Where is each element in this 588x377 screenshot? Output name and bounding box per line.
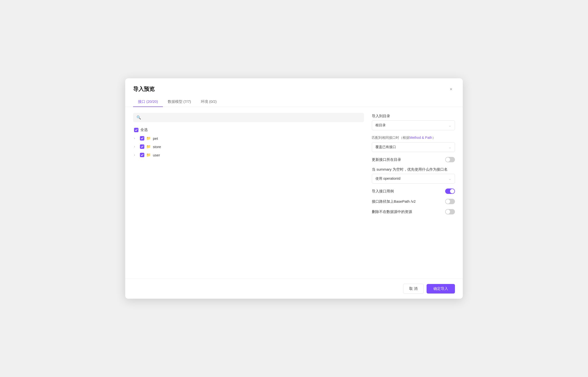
select-all-row: 全选 [133, 126, 364, 134]
import-example-label: 导入接口用例 [372, 189, 394, 194]
tab-model[interactable]: 数据模型 (7/7) [163, 97, 196, 107]
summary-dropdown[interactable]: 使用 operationId ⌄ [372, 174, 455, 184]
update-dir-label: 更新接口所在目录 [372, 157, 401, 162]
tree-item-label-pet: pet [153, 136, 158, 141]
base-path-label: 接口路径加上BasePath /v2 [372, 199, 416, 204]
match-dropdown[interactable]: 覆盖已有接口 ⌄ [372, 142, 455, 152]
right-panel: 导入到目录 根目录 ⌄ 匹配到相同接口时（根据Method & Path） 覆盖… [372, 113, 455, 273]
import-dir-section: 导入到目录 根目录 ⌄ [372, 114, 455, 130]
tree-item-user: › 📁 user [133, 151, 364, 159]
folder-icon-store: 📁 [146, 144, 151, 149]
import-dir-value: 根目录 [375, 123, 386, 128]
dialog-footer: 取 消 确定导入 [125, 279, 463, 299]
match-label: 匹配到相同接口时（根据 [372, 136, 409, 140]
dialog-body: 🔍 全选 › 📁 pe [125, 107, 463, 279]
match-chevron-icon: ⌄ [449, 145, 451, 149]
tree-item-label-store: store [153, 145, 161, 149]
update-dir-toggle[interactable] [445, 157, 455, 162]
base-path-toggle[interactable] [445, 199, 455, 204]
tree-item-pet: › 📁 pet [133, 135, 364, 142]
delete-row: 删除不在数据源中的资源 [372, 209, 455, 214]
chevron-down-icon: ⌄ [449, 124, 451, 127]
checkbox-store[interactable] [140, 144, 144, 149]
import-dir-dropdown[interactable]: 根目录 ⌄ [372, 120, 455, 130]
tabs-bar: 接口 (20/20) 数据模型 (7/7) 环境 (0/2) [125, 97, 463, 107]
summary-chevron-icon: ⌄ [449, 177, 451, 181]
chevron-icon-pet[interactable]: › [134, 137, 138, 140]
summary-value: 使用 operationId [375, 177, 400, 181]
match-value: 覆盖已有接口 [375, 145, 396, 149]
match-desc: 匹配到相同接口时（根据Method & Path） [372, 135, 455, 140]
close-button[interactable]: × [447, 85, 455, 93]
delete-toggle[interactable] [445, 209, 455, 214]
dialog-header: 导入预览 × [125, 78, 463, 93]
chevron-icon-user[interactable]: › [134, 153, 138, 157]
tree-list: 全选 › 📁 pet › 📁 [133, 126, 364, 159]
summary-label: 当 summary 为空时，优先使用什么作为接口名 [372, 167, 455, 172]
summary-section: 当 summary 为空时，优先使用什么作为接口名 使用 operationId… [372, 167, 455, 184]
match-section: 匹配到相同接口时（根据Method & Path） 覆盖已有接口 ⌄ [372, 135, 455, 152]
match-highlight: Method & Path [409, 136, 432, 140]
import-example-row: 导入接口用例 [372, 188, 455, 194]
checkbox-pet[interactable] [140, 136, 144, 141]
import-dir-label: 导入到目录 [372, 114, 455, 118]
confirm-button[interactable]: 确定导入 [427, 284, 455, 294]
tree-item-label-user: user [153, 153, 160, 157]
search-box: 🔍 [133, 113, 364, 122]
tab-env[interactable]: 环境 (0/2) [196, 97, 222, 107]
import-example-toggle[interactable] [445, 188, 455, 194]
folder-icon-user: 📁 [146, 153, 151, 157]
left-panel: 🔍 全选 › 📁 pe [133, 113, 364, 273]
cancel-button[interactable]: 取 消 [403, 284, 424, 294]
search-input[interactable] [143, 116, 361, 119]
tab-api[interactable]: 接口 (20/20) [133, 97, 163, 107]
chevron-icon-store[interactable]: › [134, 145, 138, 148]
select-all-label: 全选 [140, 128, 148, 132]
match-suffix: ） [432, 136, 436, 140]
import-preview-dialog: 导入预览 × 接口 (20/20) 数据模型 (7/7) 环境 (0/2) 🔍 [125, 78, 463, 299]
select-all-checkbox[interactable] [134, 128, 138, 132]
checkbox-user[interactable] [140, 153, 144, 157]
folder-icon-pet: 📁 [146, 136, 151, 141]
base-path-row: 接口路径加上BasePath /v2 [372, 199, 455, 204]
tree-item-store: › 📁 store [133, 143, 364, 150]
delete-label: 删除不在数据源中的资源 [372, 210, 412, 214]
update-dir-row: 更新接口所在目录 [372, 157, 455, 162]
dialog-title: 导入预览 [133, 85, 155, 93]
search-icon: 🔍 [136, 115, 141, 120]
